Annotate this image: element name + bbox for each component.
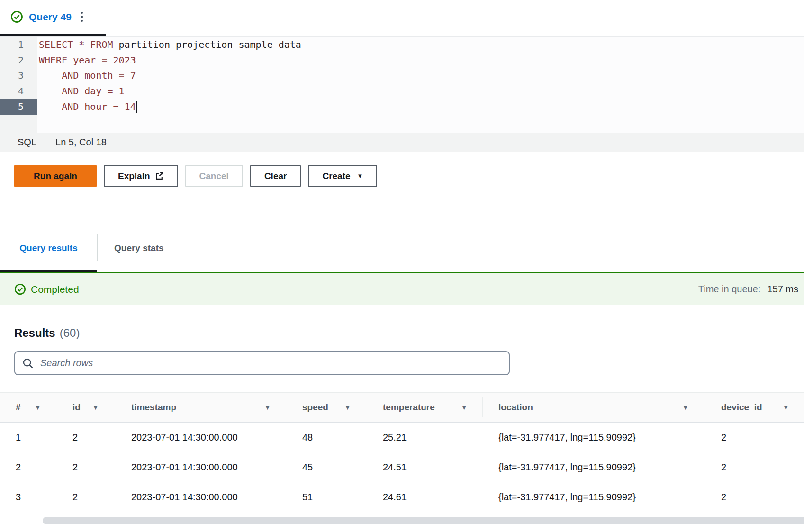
- run-again-label: Run again: [34, 171, 77, 181]
- cell-timestamp: 2023-07-01 14:30:00.000: [114, 423, 286, 452]
- cell-id: 2: [56, 482, 114, 512]
- filter-icon[interactable]: ▼: [343, 404, 352, 412]
- filter-icon[interactable]: ▼: [34, 404, 42, 412]
- line-number: 2: [0, 53, 37, 68]
- table-header-row: # ▼ id ▼ timestamp ▼ speed ▼ temperature…: [0, 392, 804, 423]
- cell-index: 2: [0, 452, 56, 482]
- table-row[interactable]: 3 2 2023-07-01 14:30:00.000 51 24.61 {la…: [0, 482, 804, 512]
- column-header-index: # ▼: [0, 393, 56, 422]
- code-text: AND hour = 14: [37, 99, 137, 115]
- explain-button[interactable]: Explain: [104, 165, 178, 187]
- cell-device-id: 2: [704, 452, 804, 482]
- column-header-location: location ▼: [482, 393, 704, 422]
- cursor-position-label: Ln 5, Col 18: [55, 137, 107, 148]
- cell-location: {lat=-31.977417, lng=115.90992}: [482, 452, 704, 482]
- code-line-3[interactable]: 3 AND month = 7: [0, 68, 804, 83]
- code-text: SELECT * FROM partition_projection_sampl…: [37, 37, 301, 53]
- code-line-1[interactable]: 1 SELECT * FROM partition_projection_sam…: [0, 37, 804, 53]
- query-actions: Run again Explain Cancel Clear Create ▼: [0, 152, 804, 187]
- column-header-temperature: temperature ▼: [366, 393, 482, 422]
- cell-temperature: 25.21: [366, 423, 482, 452]
- create-label: Create: [322, 171, 350, 181]
- tab-query-stats[interactable]: Query stats: [98, 224, 181, 272]
- sql-editor[interactable]: 1 SELECT * FROM partition_projection_sam…: [0, 36, 804, 133]
- cell-speed: 45: [286, 452, 366, 482]
- external-link-icon: [150, 171, 164, 180]
- cell-id: 2: [56, 452, 114, 482]
- column-header-timestamp: timestamp ▼: [114, 393, 286, 422]
- code-text: WHERE year = 2023: [37, 53, 136, 68]
- cell-timestamp: 2023-07-01 14:30:00.000: [114, 452, 286, 482]
- cell-temperature: 24.61: [366, 482, 482, 512]
- cell-speed: 48: [286, 423, 366, 452]
- column-header-device-id: device_id ▼: [704, 393, 804, 422]
- code-line-5-active[interactable]: 5 AND hour = 14: [0, 99, 804, 115]
- editor-status-bar: SQL Ln 5, Col 18: [0, 133, 804, 152]
- create-dropdown-button[interactable]: Create ▼: [308, 165, 377, 187]
- explain-label: Explain: [118, 171, 150, 181]
- filter-icon[interactable]: ▼: [91, 404, 99, 412]
- cell-index: 1: [0, 423, 56, 452]
- chevron-down-icon: ▼: [357, 173, 363, 179]
- line-number: 3: [0, 68, 37, 83]
- column-header-id: id ▼: [56, 393, 114, 422]
- table-row[interactable]: 1 2 2023-07-01 14:30:00.000 48 25.21 {la…: [0, 423, 804, 452]
- results-tab-bar: Query results Query stats: [0, 224, 804, 272]
- cell-location: {lat=-31.977417, lng=115.90992}: [482, 482, 704, 512]
- query-tab-title: Query 49: [29, 11, 72, 23]
- status-completed: Completed: [14, 283, 79, 295]
- tab-menu-kebab-icon[interactable]: [79, 10, 85, 24]
- clear-label: Clear: [264, 171, 287, 181]
- clear-button[interactable]: Clear: [250, 165, 301, 187]
- tab-query-results[interactable]: Query results: [0, 224, 97, 272]
- cell-location: {lat=-31.977417, lng=115.90992}: [482, 423, 704, 452]
- code-text: AND month = 7: [37, 68, 136, 83]
- query-tab[interactable]: Query 49: [0, 0, 106, 36]
- cell-timestamp: 2023-07-01 14:30:00.000: [114, 482, 286, 512]
- table-row[interactable]: 2 2 2023-07-01 14:30:00.000 45 24.51 {la…: [0, 452, 804, 482]
- column-header-speed: speed ▼: [286, 393, 366, 422]
- horizontal-scrollbar[interactable]: [43, 517, 804, 524]
- cell-device-id: 2: [704, 482, 804, 512]
- query-tab-bar: Query 49: [0, 0, 804, 36]
- search-rows-input[interactable]: [14, 351, 510, 375]
- filter-icon[interactable]: ▼: [782, 404, 790, 412]
- status-completed-label: Completed: [31, 284, 79, 295]
- filter-icon[interactable]: ▼: [263, 404, 271, 412]
- query-success-icon: [10, 10, 23, 23]
- language-label: SQL: [18, 137, 36, 148]
- code-line-4[interactable]: 4 AND day = 1: [0, 83, 804, 99]
- results-title: Results: [14, 326, 55, 340]
- cell-temperature: 24.51: [366, 452, 482, 482]
- query-stats-tab-label: Query stats: [114, 243, 164, 253]
- text-cursor: [136, 101, 137, 113]
- results-table: # ▼ id ▼ timestamp ▼ speed ▼ temperature…: [0, 392, 804, 524]
- line-number: 1: [0, 37, 37, 53]
- time-in-queue-label: Time in queue:: [698, 284, 761, 295]
- cancel-button[interactable]: Cancel: [185, 165, 243, 187]
- cell-index: 3: [0, 482, 56, 512]
- cell-speed: 51: [286, 482, 366, 512]
- cell-id: 2: [56, 423, 114, 452]
- code-text: AND day = 1: [37, 83, 125, 99]
- filter-icon[interactable]: ▼: [681, 404, 689, 412]
- run-again-button[interactable]: Run again: [14, 165, 97, 187]
- results-heading: Results (60): [14, 326, 804, 340]
- completed-check-icon: [14, 283, 26, 295]
- cancel-label: Cancel: [199, 171, 229, 181]
- code-line-2[interactable]: 2 WHERE year = 2023: [0, 53, 804, 68]
- search-rows-container: [14, 351, 510, 375]
- line-number: 4: [0, 83, 37, 99]
- query-results-tab-label: Query results: [19, 243, 78, 253]
- filter-icon[interactable]: ▼: [460, 404, 468, 412]
- results-count: (60): [60, 326, 80, 340]
- line-number: 5: [0, 99, 37, 115]
- cell-device-id: 2: [704, 423, 804, 452]
- query-status-banner: Completed Time in queue: 157 ms: [0, 272, 804, 305]
- time-in-queue-value: 157 ms: [767, 284, 798, 295]
